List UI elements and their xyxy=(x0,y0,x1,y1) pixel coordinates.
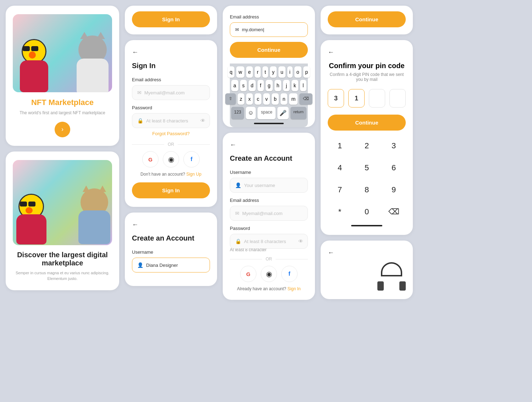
email-active-card: Email address ✉ my.domen| Continue q w e… xyxy=(223,6,315,127)
facebook-button-2[interactable]: f xyxy=(281,266,298,282)
eye-full-icon[interactable]: 👁 xyxy=(298,238,303,244)
key-u[interactable]: u xyxy=(278,66,286,78)
confirm-pin-title: Confirm your pin code xyxy=(328,62,406,70)
key-e[interactable]: e xyxy=(246,66,253,78)
product-illustration xyxy=(328,262,406,291)
key-s[interactable]: s xyxy=(240,80,247,91)
key-t[interactable]: t xyxy=(262,66,268,78)
key-delete[interactable]: ⌫ xyxy=(299,93,312,105)
key-y[interactable]: y xyxy=(270,66,277,78)
email-label: Email address xyxy=(132,77,210,82)
key-v[interactable]: v xyxy=(263,93,270,105)
email-input[interactable]: ✉ Myemail@mail.com xyxy=(132,85,210,100)
email-active-label: Email address xyxy=(230,14,308,20)
key-numbers[interactable]: 123 xyxy=(231,107,244,119)
keyboard-row-3: ⇧ z x c v b n m ⌫ xyxy=(231,93,306,105)
num-star[interactable]: * xyxy=(328,202,352,221)
key-g[interactable]: g xyxy=(266,80,273,91)
num-2[interactable]: 2 xyxy=(355,136,379,155)
key-c[interactable]: c xyxy=(255,93,261,105)
forgot-password-link[interactable]: Forgot Password? xyxy=(132,131,210,136)
key-h[interactable]: h xyxy=(275,80,282,91)
key-f[interactable]: f xyxy=(257,80,264,91)
num-7[interactable]: 7 xyxy=(328,180,352,199)
keyboard-row-2: a s d f g h j k l xyxy=(231,80,306,91)
key-i[interactable]: i xyxy=(287,66,293,78)
user-icon: 👤 xyxy=(137,262,143,268)
key-emoji[interactable]: ☺ xyxy=(246,107,256,119)
key-k[interactable]: k xyxy=(292,80,298,91)
key-shift[interactable]: ⇧ xyxy=(225,93,236,105)
pin-box-4[interactable] xyxy=(389,89,406,108)
key-mic[interactable]: 🎤 xyxy=(277,107,289,119)
key-m[interactable]: m xyxy=(289,93,298,105)
or-text-2: OR xyxy=(266,257,272,261)
password-placeholder: At least 8 characters xyxy=(146,118,188,123)
signin-button-top[interactable]: Sign In xyxy=(132,11,210,27)
username-full-input[interactable]: 👤 Your username xyxy=(230,178,308,193)
facebook-icon-2: f xyxy=(288,271,290,277)
signin-button-main[interactable]: Sign In xyxy=(132,182,210,198)
key-z[interactable]: z xyxy=(238,93,244,105)
num-0[interactable]: 0 xyxy=(355,202,379,221)
confirm-button-top[interactable]: Continue xyxy=(328,11,406,27)
num-1[interactable]: 1 xyxy=(328,136,352,155)
key-w[interactable]: w xyxy=(236,66,244,78)
continue-button-top[interactable]: Continue xyxy=(230,42,308,58)
nft-arrow-button[interactable]: › xyxy=(55,122,70,137)
facebook-button[interactable]: f xyxy=(183,151,200,167)
google-button-2[interactable]: G xyxy=(240,266,256,282)
email-full-input[interactable]: ✉ Myemail@mail.com xyxy=(230,206,308,221)
key-j[interactable]: j xyxy=(283,80,289,91)
num-5[interactable]: 5 xyxy=(355,158,379,177)
key-space[interactable]: space xyxy=(257,107,276,119)
signin-link[interactable]: Sign In xyxy=(287,286,300,291)
key-a[interactable]: a xyxy=(231,80,238,91)
password-full-input[interactable]: 🔒 At least 8 characters 👁 xyxy=(230,234,308,249)
email-placeholder: Myemail@mail.com xyxy=(144,90,185,95)
email-keyboard-column: Email address ✉ my.domen| Continue q w e… xyxy=(223,6,315,300)
circle-button-2[interactable]: ◉ xyxy=(261,266,277,282)
bottom-right-back[interactable]: ← xyxy=(328,249,406,257)
create-account-back[interactable]: ← xyxy=(132,221,138,228)
num-6[interactable]: 6 xyxy=(382,158,406,177)
lock-full-icon: 🔒 xyxy=(235,238,241,244)
password-input[interactable]: 🔒 At least 8 characters 👁 xyxy=(132,113,210,128)
key-d[interactable]: d xyxy=(249,80,256,91)
bottom-right-card: ← xyxy=(321,241,413,299)
create-account-full-back[interactable]: ← xyxy=(230,141,236,149)
num-4[interactable]: 4 xyxy=(328,158,352,177)
signup-link[interactable]: Sign Up xyxy=(186,172,201,177)
key-l[interactable]: l xyxy=(300,80,306,91)
key-x[interactable]: x xyxy=(246,93,253,105)
key-return[interactable]: return xyxy=(290,107,306,119)
email-active-input[interactable]: ✉ my.domen| xyxy=(230,22,308,37)
continue-button-pin[interactable]: Continue xyxy=(328,115,406,131)
numpad-home-indicator xyxy=(351,225,382,226)
key-p[interactable]: p xyxy=(303,66,310,78)
signin-back-button[interactable]: ← xyxy=(132,49,138,56)
key-q[interactable]: q xyxy=(228,66,235,78)
pin-box-1[interactable]: 3 xyxy=(328,89,344,108)
confirm-pin-column: Continue ← Confirm your pin code Confirm… xyxy=(321,6,413,299)
confirm-pin-back[interactable]: ← xyxy=(328,49,334,56)
eye-icon[interactable]: 👁 xyxy=(200,118,205,123)
google-button[interactable]: G xyxy=(142,151,159,167)
circle-button[interactable]: ◉ xyxy=(163,151,179,167)
key-o[interactable]: o xyxy=(294,66,301,78)
discover-text: Semper in cursus magna et eu varius nunc… xyxy=(13,270,112,282)
pin-box-2[interactable]: 1 xyxy=(348,89,365,108)
create-account-title: Create an Account xyxy=(132,234,210,242)
username-input[interactable]: 👤 Diana Designer xyxy=(132,258,210,272)
create-account-full-card: ← Create an Account Username 👤 Your user… xyxy=(223,133,315,300)
key-n[interactable]: n xyxy=(281,93,288,105)
num-8[interactable]: 8 xyxy=(355,180,379,199)
key-r[interactable]: r xyxy=(255,66,261,78)
num-delete[interactable]: ⌫ xyxy=(382,202,406,221)
key-b[interactable]: b xyxy=(272,93,279,105)
nft-marketplace-card: NFT Marketplace The world's first and la… xyxy=(6,6,119,146)
num-3[interactable]: 3 xyxy=(382,136,406,155)
num-9[interactable]: 9 xyxy=(382,180,406,199)
pin-box-3[interactable] xyxy=(369,89,385,108)
user-full-icon: 👤 xyxy=(235,182,241,188)
